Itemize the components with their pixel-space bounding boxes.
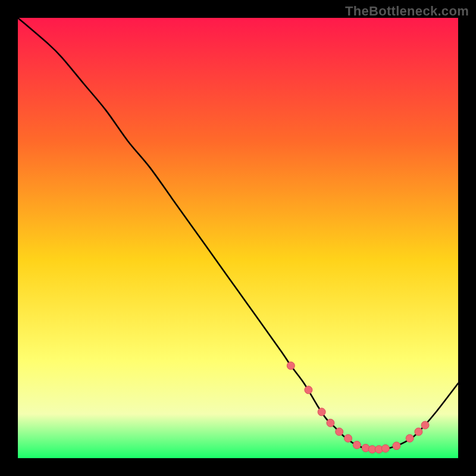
- chart-stage: TheBottleneck.com: [0, 0, 476, 476]
- plot-area: [18, 18, 458, 458]
- marker-dot: [406, 434, 414, 442]
- marker-dot: [318, 408, 325, 416]
- watermark-label: TheBottleneck.com: [345, 4, 469, 19]
- marker-dot: [415, 428, 422, 436]
- marker-dot: [393, 442, 400, 450]
- marker-dot: [421, 421, 429, 429]
- marker-dot: [287, 362, 295, 369]
- marker-dot: [305, 386, 312, 394]
- marker-dot: [345, 434, 352, 442]
- marker-dot: [353, 441, 361, 449]
- chart-svg: [18, 18, 458, 458]
- marker-dot: [336, 428, 343, 436]
- marker-dot: [381, 444, 389, 452]
- marker-dot: [327, 419, 334, 427]
